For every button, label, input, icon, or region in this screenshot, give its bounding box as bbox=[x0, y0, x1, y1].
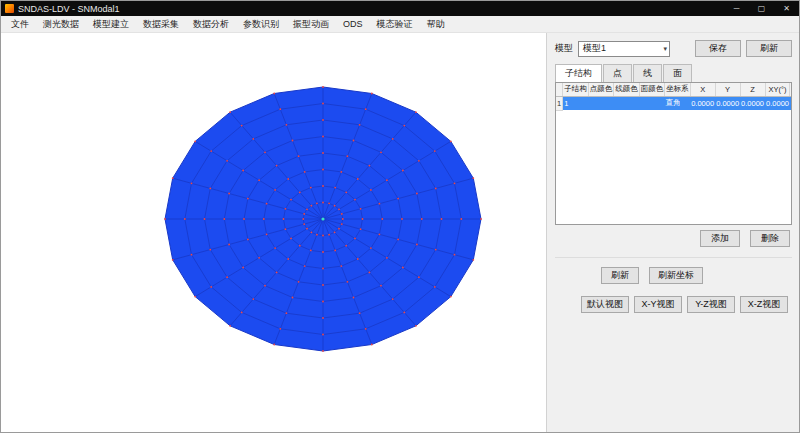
refresh-button[interactable]: 刷新 bbox=[746, 40, 792, 57]
right-panel: 模型 模型1 ▾ 保存 刷新 子结构点线面 子结构点颜色线颜色面颜色坐标系XYZ… bbox=[546, 33, 799, 432]
refresh-row: 刷新 刷新坐标 bbox=[601, 267, 792, 284]
column-header[interactable]: Z bbox=[740, 83, 765, 96]
column-header[interactable]: 子结构 bbox=[563, 83, 589, 96]
save-button[interactable]: 保存 bbox=[695, 40, 741, 57]
tab-子结构[interactable]: 子结构 bbox=[555, 64, 602, 82]
mesh-disc bbox=[1, 33, 546, 432]
tab-点[interactable]: 点 bbox=[603, 64, 632, 82]
maximize-button[interactable]: ▢ bbox=[749, 1, 774, 16]
table-body: 11直角0.00000.00000.00000.00000.0000.000 bbox=[556, 96, 792, 110]
add-delete-row: 添加 删除 bbox=[555, 230, 792, 247]
substructure-table: 子结构点颜色线颜色面颜色坐标系XYZXY(°)XZ(°)YZ(°) 11直角0.… bbox=[555, 82, 792, 225]
close-button[interactable]: ✕ bbox=[774, 1, 799, 16]
menu-item-模态验证[interactable]: 模态验证 bbox=[370, 16, 420, 33]
main-content: 模型 模型1 ▾ 保存 刷新 子结构点线面 子结构点颜色线颜色面颜色坐标系XYZ… bbox=[1, 33, 799, 432]
column-header[interactable]: XZ(°) bbox=[790, 83, 792, 96]
column-header[interactable]: 坐标系 bbox=[665, 83, 691, 96]
table-header-row: 子结构点颜色线颜色面颜色坐标系XYZXY(°)XZ(°)YZ(°) bbox=[556, 83, 792, 96]
window-title: SNDAS-LDV - SNModal1 bbox=[18, 4, 120, 14]
minimize-button[interactable]: ─ bbox=[724, 1, 749, 16]
menu-item-测光数据[interactable]: 测光数据 bbox=[36, 16, 86, 33]
menu-item-文件[interactable]: 文件 bbox=[4, 16, 36, 33]
menu-item-ODS[interactable]: ODS bbox=[336, 17, 370, 31]
title-bar: SNDAS-LDV - SNModal1 ─ ▢ ✕ bbox=[1, 1, 799, 16]
structure-tabs: 子结构点线面 bbox=[555, 64, 792, 82]
view-button-X-Y视图[interactable]: X-Y视图 bbox=[634, 296, 682, 313]
model-canvas[interactable] bbox=[1, 33, 546, 432]
model-label: 模型 bbox=[555, 42, 573, 55]
menu-item-数据分析[interactable]: 数据分析 bbox=[186, 16, 236, 33]
tab-线[interactable]: 线 bbox=[633, 64, 662, 82]
refresh-coords-button[interactable]: 刷新坐标 bbox=[649, 267, 703, 284]
app-window: SNDAS-LDV - SNModal1 ─ ▢ ✕ 文件测光数据模型建立数据采… bbox=[0, 0, 800, 433]
menu-item-帮助[interactable]: 帮助 bbox=[420, 16, 452, 33]
model-select[interactable]: 模型1 ▾ bbox=[578, 41, 670, 57]
view-button-默认视图[interactable]: 默认视图 bbox=[581, 296, 629, 313]
view-button-Y-Z视图[interactable]: Y-Z视图 bbox=[687, 296, 735, 313]
model-row: 模型 模型1 ▾ 保存 刷新 bbox=[555, 40, 792, 57]
column-header[interactable]: Y bbox=[715, 83, 740, 96]
menu-item-模型建立[interactable]: 模型建立 bbox=[86, 16, 136, 33]
model-select-value: 模型1 bbox=[583, 42, 606, 55]
column-header[interactable]: XY(°) bbox=[765, 83, 790, 96]
app-icon bbox=[5, 4, 14, 13]
menu-bar: 文件测光数据模型建立数据采集数据分析参数识别振型动画ODS模态验证帮助 bbox=[1, 16, 799, 33]
panel-divider bbox=[555, 257, 792, 258]
table-row[interactable]: 11直角0.00000.00000.00000.00000.0000.000 bbox=[556, 96, 792, 110]
chevron-down-icon: ▾ bbox=[663, 45, 667, 53]
menu-item-数据采集[interactable]: 数据采集 bbox=[136, 16, 186, 33]
column-header[interactable]: 线颜色 bbox=[614, 83, 640, 96]
window-controls: ─ ▢ ✕ bbox=[724, 1, 799, 16]
menu-item-参数识别[interactable]: 参数识别 bbox=[236, 16, 286, 33]
tab-面[interactable]: 面 bbox=[663, 64, 692, 82]
column-header[interactable]: 点颜色 bbox=[588, 83, 614, 96]
menu-item-振型动画[interactable]: 振型动画 bbox=[286, 16, 336, 33]
column-header[interactable]: X bbox=[690, 83, 715, 96]
add-button[interactable]: 添加 bbox=[700, 230, 740, 247]
delete-button[interactable]: 删除 bbox=[750, 230, 790, 247]
view-buttons-row: 默认视图X-Y视图Y-Z视图X-Z视图 bbox=[581, 296, 792, 313]
view-button-X-Z视图[interactable]: X-Z视图 bbox=[740, 296, 788, 313]
refresh-model-button[interactable]: 刷新 bbox=[601, 267, 639, 284]
column-header[interactable]: 面颜色 bbox=[639, 83, 665, 96]
